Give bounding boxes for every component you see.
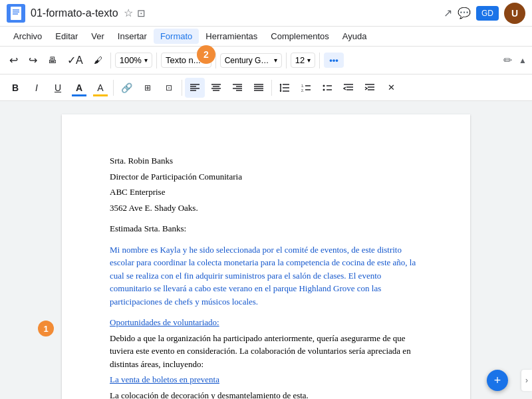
menu-complementos[interactable]: Complementos <box>264 29 335 44</box>
format-toolbar: B I U A A 🔗 ⊞ ⊡ <box>0 74 532 101</box>
clear-format-button[interactable]: ✕ <box>381 78 401 98</box>
line-spacing-icon <box>279 83 290 92</box>
numbered-list-icon: 1. 2. <box>301 83 311 92</box>
drive-button[interactable]: GD <box>476 6 499 21</box>
paintformat-button[interactable]: 🖌 <box>90 53 106 68</box>
color-bar <box>72 94 86 96</box>
redo-button[interactable]: ↪ <box>25 51 41 69</box>
separator-4 <box>286 53 287 68</box>
star-icon[interactable]: ☆ <box>124 7 133 19</box>
align-right-icon <box>232 83 243 92</box>
address-line4: 3562 Ave E. Shady Oaks. <box>110 201 422 215</box>
comment-icon[interactable]: 💬 <box>458 7 471 19</box>
svg-point-29 <box>323 88 325 90</box>
paragraph1: Mi nombre es Kayla y he sido seleccionad… <box>110 243 422 309</box>
badge-2: 2 <box>197 45 215 64</box>
svg-rect-1 <box>11 7 21 20</box>
svg-point-28 <box>323 84 325 86</box>
menu-insertar[interactable]: Insertar <box>111 29 154 44</box>
align-left-button[interactable] <box>185 78 205 98</box>
line-spacing-button[interactable] <box>275 78 295 98</box>
link-button[interactable]: 🔗 <box>116 78 136 98</box>
indent-increase-icon <box>364 83 375 92</box>
align-justify-icon <box>253 83 264 92</box>
insert-button[interactable]: ⊡ <box>159 78 179 98</box>
numbered-list-button[interactable]: 1. 2. <box>296 78 316 98</box>
collapse-toolbar-icon[interactable]: ▲ <box>519 56 527 65</box>
menu-editar[interactable]: Editar <box>49 29 84 44</box>
indent-decrease-button[interactable] <box>338 78 358 98</box>
size-chevron: ▾ <box>307 57 311 64</box>
text-color-button[interactable]: A <box>69 78 89 98</box>
list-item-1: La venta de boletos en preventa <box>110 373 422 386</box>
user-avatar[interactable]: U <box>504 3 525 24</box>
address-line2: Director de Participación Comunitaria <box>110 170 422 184</box>
bullet-list-icon <box>322 83 332 92</box>
bold-button[interactable]: B <box>5 78 25 98</box>
separator-2 <box>156 53 157 68</box>
paragraph2: Debido a que la organización ha particip… <box>110 332 422 371</box>
edit-mode-button[interactable]: ✏ <box>499 51 516 69</box>
floating-add-button[interactable]: + <box>487 370 508 391</box>
svg-text:2.: 2. <box>301 88 304 92</box>
align-center-icon <box>211 83 221 92</box>
trend-icon[interactable]: ↗ <box>444 7 452 19</box>
highlight-bar <box>93 94 108 96</box>
align-center-button[interactable] <box>206 78 226 98</box>
badge-1: 1 <box>38 321 54 336</box>
align-right-button[interactable] <box>227 78 247 98</box>
font-size-selector[interactable]: 12 ▾ <box>291 53 315 68</box>
indent-decrease-icon <box>343 83 354 92</box>
menu-formato[interactable]: Formato <box>154 29 199 44</box>
italic-button[interactable]: I <box>27 78 47 98</box>
undo-button[interactable]: ↩ <box>5 51 22 69</box>
doc-page: 1 Srta. Robin Banks Director de Particip… <box>62 114 470 399</box>
doc-content: Srta. Robin Banks Director de Participac… <box>110 154 422 399</box>
fmt-sep-3 <box>271 80 272 96</box>
address-line1: Srta. Robin Banks <box>110 154 422 168</box>
svg-text:1.: 1. <box>301 84 304 88</box>
folder-icon[interactable]: ⊡ <box>137 7 146 19</box>
zoom-selector[interactable]: 100% ▾ <box>115 53 152 68</box>
menu-archivo[interactable]: Archivo <box>7 29 49 44</box>
insert-image-button[interactable]: ⊞ <box>138 78 158 98</box>
indent-increase-button[interactable] <box>360 78 380 98</box>
fmt-sep-2 <box>182 80 182 96</box>
doc-title: 01-formato-a-texto <box>31 7 118 19</box>
underline-button[interactable]: U <box>48 78 68 98</box>
section-heading: Oportunidades de voluntariado: <box>110 316 422 329</box>
collapse-arrow-icon: › <box>525 376 528 385</box>
font-chevron: ▾ <box>274 57 277 64</box>
toolbar: ↩ ↪ 🖶 ✓A 🖌 100% ▾ Texto n... ▾ Century G… <box>0 47 532 74</box>
align-left-icon <box>190 83 200 92</box>
document-area: 1 Srta. Robin Banks Director de Particip… <box>0 101 532 399</box>
title-bar: 01-formato-a-texto ☆ ⊡ ↗ 💬 GD U <box>0 0 532 27</box>
salutation: Estimada Srta. Banks: <box>110 222 422 235</box>
separator-5 <box>319 53 320 68</box>
fmt-sep-1 <box>113 80 114 96</box>
menu-herramientas[interactable]: Herramientas <box>199 29 264 44</box>
menu-bar: Archivo Editar Ver Insertar Formato Herr… <box>0 27 532 47</box>
menu-ver[interactable]: Ver <box>84 29 111 44</box>
separator-1 <box>110 53 111 68</box>
menu-ayuda[interactable]: Ayuda <box>336 29 374 44</box>
print-button[interactable]: 🖶 <box>44 53 61 68</box>
font-name-selector[interactable]: Century Go... ▾ <box>220 53 282 68</box>
address-line3: ABC Enterprise <box>110 186 422 199</box>
list-item-2: La colocación de decoración y desmantela… <box>110 389 422 400</box>
bullet-list-button[interactable] <box>317 78 337 98</box>
zoom-chevron: ▾ <box>144 57 148 64</box>
highlight-color-button[interactable]: A <box>90 78 110 98</box>
spellcheck-button[interactable]: ✓A <box>63 51 87 69</box>
collapse-sidebar-button[interactable]: › <box>521 370 532 391</box>
more-options-button[interactable]: ••• <box>324 53 344 68</box>
align-justify-button[interactable] <box>249 78 269 98</box>
docs-icon <box>7 4 25 23</box>
